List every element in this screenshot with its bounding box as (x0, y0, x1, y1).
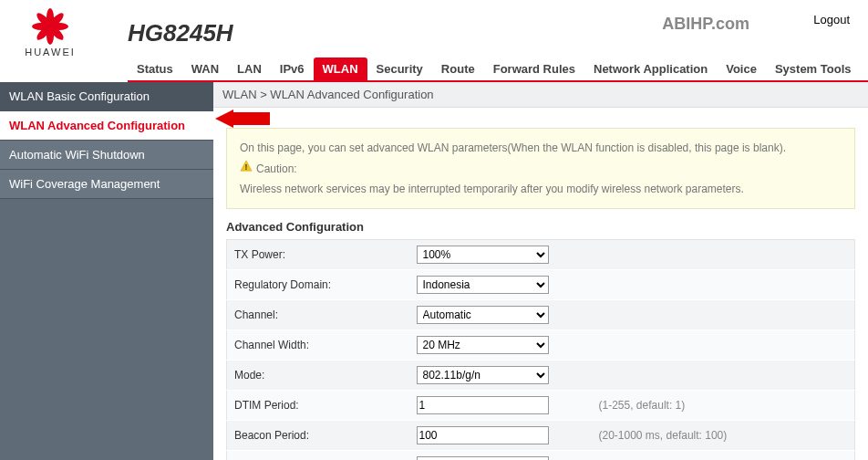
form-row: Channel:Automatic (227, 300, 855, 330)
top-nav: Status WAN LAN IPv6 WLAN Security Route … (128, 58, 868, 82)
form-row: TX Power:100% (227, 240, 855, 270)
field-label: Channel: (227, 300, 409, 330)
field-hint (592, 330, 855, 361)
form-row: Channel Width:20 MHz (227, 330, 855, 361)
nav-wlan[interactable]: WLAN (314, 58, 367, 80)
nav-system-tools[interactable]: System Tools (766, 58, 861, 80)
nav-wan[interactable]: WAN (182, 58, 228, 80)
nav-network-application[interactable]: Network Application (584, 58, 717, 80)
field-control (409, 391, 592, 421)
field-hint (592, 240, 855, 270)
field-label: DTIM Period: (227, 391, 409, 421)
sidebar-item-basic-config[interactable]: WLAN Basic Configuration (0, 82, 213, 111)
nav-status[interactable]: Status (128, 58, 182, 80)
form-row: Regulatory Domain:Indonesia (227, 270, 855, 300)
nav-forward-rules[interactable]: Forward Rules (484, 58, 584, 80)
field-control: 20 MHz (409, 330, 592, 361)
nav-route[interactable]: Route (432, 58, 484, 80)
field-control: 802.11b/g/n (409, 361, 592, 391)
field-control (409, 451, 592, 461)
watermark-text: ABIHP.com (662, 15, 749, 34)
sidebar-item-auto-shutdown[interactable]: Automatic WiFi Shutdown (0, 141, 213, 170)
warning-icon: ! (240, 160, 253, 177)
input-rtsthreshold[interactable] (417, 456, 549, 460)
field-hint: (20-1000 ms, default: 100) (592, 421, 855, 451)
form-row: DTIM Period:(1-255, default: 1) (227, 391, 855, 421)
select-channel[interactable]: Automatic (417, 306, 549, 324)
info-line1: On this page, you can set advanced WLAN … (240, 140, 842, 156)
select-mode[interactable]: 802.11b/g/n (417, 366, 549, 384)
field-control: 100% (409, 240, 592, 270)
brand-logo: HUAWEI (0, 8, 100, 58)
field-hint (592, 300, 855, 330)
header: HUAWEI HG8245H ABIHP.com Logout (0, 0, 868, 58)
breadcrumb: WLAN > WLAN Advanced Configuration (213, 82, 868, 108)
field-hint: (1-255, default: 1) (592, 391, 855, 421)
field-label: RTS Threshold: (227, 451, 409, 461)
logout-link[interactable]: Logout (813, 13, 850, 26)
nav-lan[interactable]: LAN (228, 58, 271, 80)
field-control: Automatic (409, 300, 592, 330)
caution-row: ! Caution: (240, 160, 842, 177)
huawei-flower-icon (27, 8, 73, 45)
field-label: Mode: (227, 361, 409, 391)
field-label: Regulatory Domain: (227, 270, 409, 300)
field-hint: (1-2346 bytes, default: 2346) (592, 451, 855, 461)
field-hint (592, 270, 855, 300)
select-regulatorydomain[interactable]: Indonesia (417, 276, 549, 294)
svg-marker-8 (215, 110, 270, 128)
sidebar: WLAN Basic Configuration WLAN Advanced C… (0, 82, 213, 460)
info-box: On this page, you can set advanced WLAN … (226, 128, 855, 209)
model-title: HG8245H (128, 19, 233, 47)
form-row: Mode:802.11b/g/n (227, 361, 855, 391)
field-label: TX Power: (227, 240, 409, 270)
sidebar-item-coverage-mgmt[interactable]: WiFi Coverage Management (0, 170, 213, 199)
form-row: RTS Threshold:(1-2346 bytes, default: 23… (227, 451, 855, 461)
select-channelwidth[interactable]: 20 MHz (417, 336, 549, 354)
nav-voice[interactable]: Voice (717, 58, 766, 80)
select-txpower[interactable]: 100% (417, 246, 549, 264)
main: WLAN Basic Configuration WLAN Advanced C… (0, 82, 868, 460)
info-line2: Wireless network services may be interru… (240, 181, 842, 197)
annotation-arrow-icon (215, 110, 270, 128)
config-table: TX Power:100%Regulatory Domain:Indonesia… (226, 239, 855, 460)
content: WLAN > WLAN Advanced Configuration On th… (213, 82, 868, 460)
input-beaconperiod[interactable] (417, 426, 549, 444)
svg-text:!: ! (245, 162, 248, 172)
input-dtimperiod[interactable] (417, 396, 549, 414)
field-control (409, 421, 592, 451)
field-label: Channel Width: (227, 330, 409, 361)
field-hint (592, 361, 855, 391)
nav-security[interactable]: Security (367, 58, 432, 80)
sidebar-item-advanced-config[interactable]: WLAN Advanced Configuration (0, 111, 213, 141)
brand-name: HUAWEI (0, 47, 100, 58)
nav-ipv6[interactable]: IPv6 (271, 58, 314, 80)
form-row: Beacon Period:(20-1000 ms, default: 100) (227, 421, 855, 451)
caution-label: Caution: (256, 161, 297, 177)
field-label: Beacon Period: (227, 421, 409, 451)
section-title: Advanced Configuration (226, 220, 855, 234)
field-control: Indonesia (409, 270, 592, 300)
